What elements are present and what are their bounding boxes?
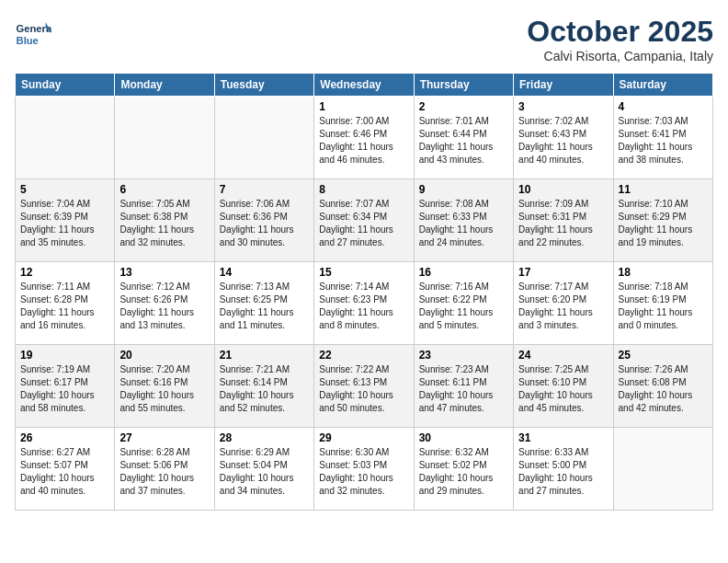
day-number: 8 [319,183,408,196]
day-info: Sunrise: 7:25 AM Sunset: 6:10 PM Dayligh… [518,363,608,415]
calendar-cell: 30Sunrise: 6:32 AM Sunset: 5:02 PM Dayli… [414,428,513,511]
day-number: 27 [119,431,209,444]
day-number: 10 [518,183,608,196]
day-info: Sunrise: 6:29 AM Sunset: 5:04 PM Dayligh… [220,446,309,498]
title-block: October 2025 Calvi Risorta, Campania, It… [527,15,713,63]
calendar-cell: 27Sunrise: 6:28 AM Sunset: 5:06 PM Dayli… [115,428,214,511]
day-info: Sunrise: 7:08 AM Sunset: 6:33 PM Dayligh… [419,198,508,249]
day-info: Sunrise: 7:14 AM Sunset: 6:23 PM Dayligh… [319,281,408,332]
month-title: October 2025 [527,15,713,49]
day-number: 7 [220,183,309,196]
weekday-header: Tuesday [214,74,313,97]
day-number: 17 [518,266,608,279]
day-number: 5 [20,183,109,196]
day-info: Sunrise: 7:20 AM Sunset: 6:16 PM Dayligh… [119,363,209,415]
day-info: Sunrise: 7:19 AM Sunset: 6:17 PM Dayligh… [20,363,109,415]
calendar-cell: 2Sunrise: 7:01 AM Sunset: 6:44 PM Daylig… [414,97,513,179]
calendar-cell: 11Sunrise: 7:10 AM Sunset: 6:29 PM Dayli… [613,179,712,262]
calendar-cell: 28Sunrise: 6:29 AM Sunset: 5:04 PM Dayli… [214,428,313,511]
calendar-cell: 10Sunrise: 7:09 AM Sunset: 6:31 PM Dayli… [514,179,613,262]
calendar-cell: 25Sunrise: 7:26 AM Sunset: 6:08 PM Dayli… [613,345,712,428]
calendar-cell: 8Sunrise: 7:07 AM Sunset: 6:34 PM Daylig… [314,179,414,262]
day-number: 31 [518,431,608,444]
day-info: Sunrise: 7:09 AM Sunset: 6:31 PM Dayligh… [518,198,608,249]
calendar-cell: 26Sunrise: 6:27 AM Sunset: 5:07 PM Dayli… [16,428,115,511]
day-number: 1 [319,100,408,113]
day-number: 13 [119,266,209,279]
weekday-header: Monday [115,74,214,97]
day-number: 16 [419,266,508,279]
calendar-cell: 15Sunrise: 7:14 AM Sunset: 6:23 PM Dayli… [314,262,414,345]
calendar-cell: 3Sunrise: 7:02 AM Sunset: 6:43 PM Daylig… [514,97,613,179]
day-number: 6 [119,183,209,196]
day-info: Sunrise: 7:07 AM Sunset: 6:34 PM Dayligh… [319,198,408,249]
day-number: 24 [518,349,608,362]
calendar-cell: 1Sunrise: 7:00 AM Sunset: 6:46 PM Daylig… [314,97,414,179]
calendar-cell: 9Sunrise: 7:08 AM Sunset: 6:33 PM Daylig… [414,179,513,262]
day-info: Sunrise: 6:28 AM Sunset: 5:06 PM Dayligh… [119,446,209,498]
calendar-cell: 16Sunrise: 7:16 AM Sunset: 6:22 PM Dayli… [414,262,513,345]
calendar-cell: 5Sunrise: 7:04 AM Sunset: 6:39 PM Daylig… [16,179,115,262]
day-number: 14 [220,266,309,279]
day-info: Sunrise: 7:12 AM Sunset: 6:26 PM Dayligh… [119,281,209,332]
day-number: 28 [220,431,309,444]
calendar-cell [115,97,214,179]
calendar-cell: 13Sunrise: 7:12 AM Sunset: 6:26 PM Dayli… [115,262,214,345]
day-number: 26 [20,431,109,444]
day-info: Sunrise: 7:02 AM Sunset: 6:43 PM Dayligh… [518,115,608,167]
logo: General Blue [15,15,55,52]
calendar-cell: 12Sunrise: 7:11 AM Sunset: 6:28 PM Dayli… [16,262,115,345]
day-number: 4 [619,100,708,113]
calendar-cell: 20Sunrise: 7:20 AM Sunset: 6:16 PM Dayli… [115,345,214,428]
svg-text:Blue: Blue [17,35,39,46]
day-info: Sunrise: 7:13 AM Sunset: 6:25 PM Dayligh… [220,281,309,332]
day-info: Sunrise: 7:26 AM Sunset: 6:08 PM Dayligh… [619,363,708,415]
calendar-cell: 17Sunrise: 7:17 AM Sunset: 6:20 PM Dayli… [514,262,613,345]
day-number: 9 [419,183,508,196]
calendar-cell [613,428,712,511]
day-info: Sunrise: 7:04 AM Sunset: 6:39 PM Dayligh… [20,198,109,249]
weekday-header: Thursday [414,74,513,97]
weekday-header: Friday [514,74,613,97]
day-number: 19 [20,349,109,362]
day-info: Sunrise: 7:23 AM Sunset: 6:11 PM Dayligh… [419,363,508,415]
day-info: Sunrise: 6:33 AM Sunset: 5:00 PM Dayligh… [518,446,608,498]
weekday-header: Saturday [613,74,712,97]
day-number: 3 [518,100,608,113]
calendar-cell [16,97,115,179]
calendar-cell: 31Sunrise: 6:33 AM Sunset: 5:00 PM Dayli… [514,428,613,511]
calendar-cell [214,97,313,179]
day-number: 18 [619,266,708,279]
day-number: 25 [619,349,708,362]
day-number: 15 [319,266,408,279]
day-info: Sunrise: 7:21 AM Sunset: 6:14 PM Dayligh… [220,363,309,415]
calendar-table: SundayMondayTuesdayWednesdayThursdayFrid… [15,73,713,511]
day-info: Sunrise: 7:17 AM Sunset: 6:20 PM Dayligh… [518,281,608,332]
day-number: 2 [419,100,508,113]
day-info: Sunrise: 6:27 AM Sunset: 5:07 PM Dayligh… [20,446,109,498]
weekday-header: Sunday [16,74,115,97]
day-info: Sunrise: 7:03 AM Sunset: 6:41 PM Dayligh… [619,115,708,167]
day-info: Sunrise: 7:18 AM Sunset: 6:19 PM Dayligh… [619,281,708,332]
calendar-cell: 6Sunrise: 7:05 AM Sunset: 6:38 PM Daylig… [115,179,214,262]
day-info: Sunrise: 7:01 AM Sunset: 6:44 PM Dayligh… [419,115,508,167]
day-info: Sunrise: 7:11 AM Sunset: 6:28 PM Dayligh… [20,281,109,332]
day-info: Sunrise: 7:16 AM Sunset: 6:22 PM Dayligh… [419,281,508,332]
day-number: 29 [319,431,408,444]
weekday-header: Wednesday [314,74,414,97]
calendar-cell: 14Sunrise: 7:13 AM Sunset: 6:25 PM Dayli… [214,262,313,345]
calendar-cell: 21Sunrise: 7:21 AM Sunset: 6:14 PM Dayli… [214,345,313,428]
calendar-cell: 18Sunrise: 7:18 AM Sunset: 6:19 PM Dayli… [613,262,712,345]
day-number: 12 [20,266,109,279]
calendar-cell: 24Sunrise: 7:25 AM Sunset: 6:10 PM Dayli… [514,345,613,428]
day-number: 11 [619,183,708,196]
location-subtitle: Calvi Risorta, Campania, Italy [527,49,713,63]
day-number: 20 [119,349,209,362]
page-header: General Blue October 2025 Calvi Risorta,… [15,15,713,63]
logo-icon: General Blue [15,15,51,52]
day-info: Sunrise: 6:30 AM Sunset: 5:03 PM Dayligh… [319,446,408,498]
day-info: Sunrise: 7:06 AM Sunset: 6:36 PM Dayligh… [220,198,309,249]
calendar-cell: 19Sunrise: 7:19 AM Sunset: 6:17 PM Dayli… [16,345,115,428]
day-number: 21 [220,349,309,362]
calendar-cell: 4Sunrise: 7:03 AM Sunset: 6:41 PM Daylig… [613,97,712,179]
